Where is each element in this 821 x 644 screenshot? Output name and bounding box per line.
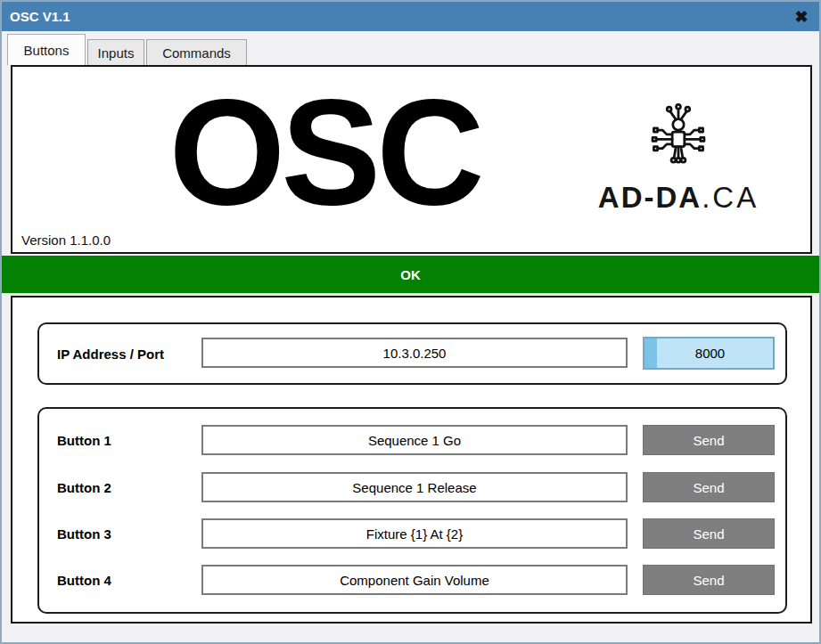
button-3-label: Button 3 (57, 526, 111, 542)
controls-panel: IP Address / Port Button 1 Send Button 2… (11, 296, 812, 624)
button-4-send-button[interactable]: Send (643, 565, 775, 595)
title-bar[interactable]: OSC V1.1 ✖ (2, 2, 819, 31)
window-title: OSC V1.1 (10, 9, 70, 24)
button-1-label: Button 1 (57, 433, 111, 448)
button-4-command-input[interactable] (201, 565, 628, 595)
adda-logo: AD-DA.CA (589, 101, 768, 215)
tab-commands[interactable]: Commands (146, 39, 247, 65)
button-2-command-input[interactable] (201, 472, 628, 502)
buttons-group: Button 1 Send Button 2 Send Button 3 Sen… (37, 407, 787, 614)
app-window: OSC V1.1 ✖ Buttons Inputs Commands OSC (0, 0, 821, 644)
adda-wordmark-suffix: .CA (702, 181, 759, 214)
version-label: Version 1.1.0.0 (21, 232, 111, 248)
ip-port-group: IP Address / Port (37, 322, 787, 385)
button-3-command-input[interactable] (201, 518, 628, 549)
port-input[interactable] (657, 338, 763, 368)
button-2-label: Button 2 (57, 480, 111, 495)
button-4-label: Button 4 (57, 573, 111, 588)
tab-buttons[interactable]: Buttons (7, 34, 86, 65)
tab-strip: Buttons Inputs Commands (2, 31, 819, 65)
adda-wordmark: AD-DA.CA (589, 181, 768, 215)
circuit-person-icon (651, 101, 706, 175)
button-3-send-button[interactable]: Send (643, 518, 775, 549)
port-selection-strip (644, 338, 657, 368)
ip-port-label: IP Address / Port (57, 346, 164, 362)
button-1-send-button[interactable]: Send (643, 425, 775, 455)
button-1-command-input[interactable] (201, 425, 628, 455)
osc-logo-text: OSC (128, 81, 521, 224)
status-bar: OK (2, 256, 819, 293)
ip-address-input[interactable] (201, 338, 628, 368)
close-icon[interactable]: ✖ (791, 6, 812, 28)
status-label: OK (400, 267, 421, 282)
button-2-send-button[interactable]: Send (643, 472, 775, 502)
branding-panel: OSC (11, 65, 812, 254)
adda-wordmark-bold: AD-DA (598, 181, 702, 214)
tab-inputs[interactable]: Inputs (87, 39, 144, 65)
port-field[interactable] (643, 337, 775, 370)
